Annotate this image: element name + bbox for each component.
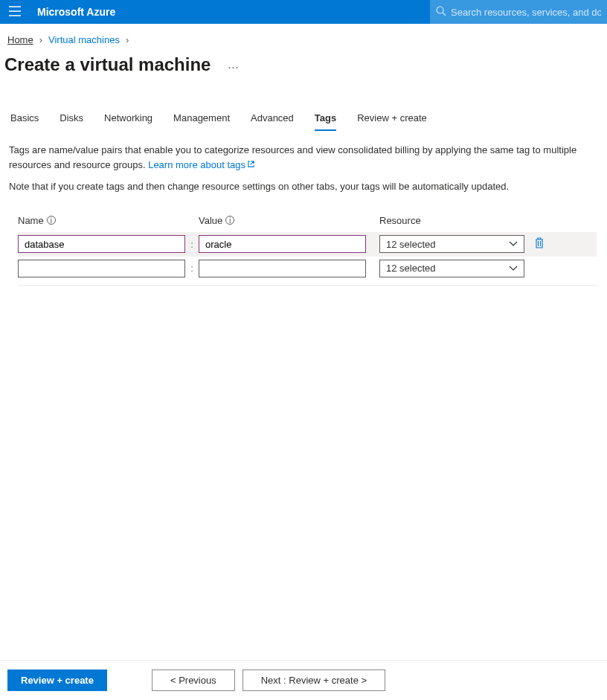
tab-basics[interactable]: Basics: [10, 112, 39, 131]
chevron-down-icon: [509, 264, 518, 273]
column-name-label: Name: [18, 215, 44, 226]
tag-rows: : 12 selected : 12 selected: [0, 232, 607, 280]
page-title-row: Create a virtual machine …: [0, 51, 607, 83]
table-headers: Name i Value i Resource: [0, 202, 607, 232]
colon-separator: :: [185, 239, 199, 250]
info-icon[interactable]: i: [225, 216, 234, 225]
table-row: : 12 selected: [18, 232, 597, 257]
description-text-2: Note that if you create tags and then ch…: [9, 179, 597, 194]
search-container[interactable]: [430, 0, 607, 24]
table-bottom-divider: [18, 285, 597, 286]
tab-review-create[interactable]: Review + create: [357, 112, 427, 131]
search-input[interactable]: [451, 7, 601, 18]
tab-tags[interactable]: Tags: [315, 112, 336, 131]
top-bar: Microsoft Azure: [0, 0, 607, 24]
tag-name-input[interactable]: [18, 260, 185, 277]
colon-separator: :: [185, 263, 199, 274]
info-icon[interactable]: i: [47, 216, 56, 225]
breadcrumb: Home › Virtual machines ›: [0, 24, 607, 51]
tab-disks[interactable]: Disks: [60, 112, 83, 131]
tab-management[interactable]: Management: [173, 112, 230, 131]
previous-button[interactable]: < Previous: [152, 670, 235, 691]
brand-name[interactable]: Microsoft Azure: [37, 6, 115, 18]
table-row: : 12 selected: [18, 257, 597, 280]
column-resource-label: Resource: [379, 215, 421, 226]
chevron-right-icon: ›: [126, 34, 129, 45]
tab-networking[interactable]: Networking: [104, 112, 152, 131]
next-button[interactable]: Next : Review + create >: [243, 670, 385, 691]
resource-select[interactable]: 12 selected: [379, 235, 524, 253]
svg-point-0: [437, 7, 443, 13]
tab-advanced[interactable]: Advanced: [251, 112, 294, 131]
more-icon[interactable]: …: [227, 58, 240, 71]
hamburger-icon[interactable]: [6, 3, 24, 22]
footer: Review + create < Previous Next : Review…: [0, 660, 607, 700]
tag-value-input[interactable]: [199, 235, 366, 253]
description: Tags are name/value pairs that enable yo…: [0, 131, 607, 194]
chevron-down-icon: [509, 240, 518, 248]
column-value-label: Value: [199, 215, 222, 226]
tabs: Basics Disks Networking Management Advan…: [0, 83, 607, 131]
resource-select-value: 12 selected: [386, 239, 436, 250]
chevron-right-icon: ›: [39, 34, 42, 45]
resource-select-value: 12 selected: [386, 263, 436, 274]
delete-icon[interactable]: [532, 235, 547, 254]
review-create-button[interactable]: Review + create: [7, 670, 107, 691]
search-icon: [436, 6, 446, 19]
breadcrumb-home[interactable]: Home: [7, 34, 33, 45]
tag-value-input[interactable]: [199, 260, 366, 277]
tag-name-input[interactable]: [18, 235, 185, 253]
description-text-1: Tags are name/value pairs that enable yo…: [9, 144, 577, 170]
page-title: Create a virtual machine: [4, 54, 211, 75]
breadcrumb-virtual-machines[interactable]: Virtual machines: [48, 34, 120, 45]
resource-select[interactable]: 12 selected: [379, 260, 524, 277]
learn-more-link[interactable]: Learn more about tags: [148, 159, 255, 170]
external-link-icon: [247, 158, 255, 173]
